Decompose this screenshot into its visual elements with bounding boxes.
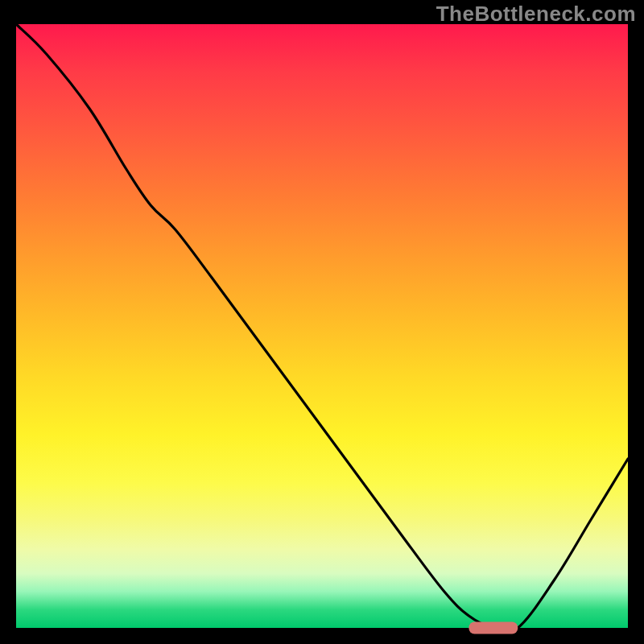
bottleneck-curve — [16, 24, 628, 632]
chart-frame: TheBottleneck.com — [0, 0, 644, 644]
highlight-marker — [469, 622, 518, 634]
plot-area — [16, 24, 628, 628]
curve-layer — [16, 24, 628, 628]
watermark-text: TheBottleneck.com — [436, 2, 636, 27]
